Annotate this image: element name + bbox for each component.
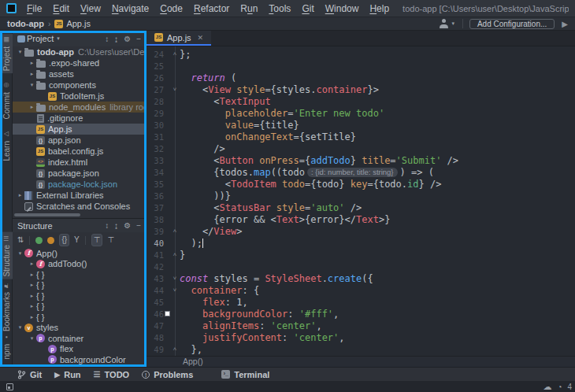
tool-stripe-bookmarks[interactable]: Bookmarks ⚑ bbox=[0, 279, 13, 334]
tool-stripe-learn[interactable]: Learn ▷ bbox=[0, 128, 13, 164]
project-item-node-modules[interactable]: ▸node_moduleslibrary root bbox=[13, 102, 146, 113]
menu-refactor[interactable]: Refactor bbox=[188, 3, 235, 14]
user-avatar-icon[interactable] bbox=[439, 19, 449, 28]
event-log-icon[interactable]: ◔ bbox=[557, 383, 562, 391]
menu-tools[interactable]: Tools bbox=[263, 3, 296, 14]
code-line-30[interactable]: 30 value={title} bbox=[147, 119, 575, 131]
chevron-collapsed-icon[interactable]: ▸ bbox=[28, 303, 36, 309]
tool-stripe-run[interactable]: ▶ Run bbox=[48, 370, 87, 379]
code-line-37[interactable]: 37 <StatusBar style='auto' /> bbox=[147, 202, 575, 213]
code-line-39[interactable]: 39˄ </View> bbox=[147, 225, 575, 237]
project-item-gitignore[interactable]: .gitignore bbox=[13, 113, 146, 124]
code-line-33[interactable]: 33 <Button onPress={addTodo} title='Subm… bbox=[147, 154, 575, 166]
collapse-all-icon[interactable]: ↨ bbox=[114, 35, 118, 43]
group-by-icon[interactable]: ⊤ bbox=[91, 234, 103, 246]
code-line-29[interactable]: 29 placeholder='Enter new todo' bbox=[147, 107, 575, 119]
menu-window[interactable]: Window bbox=[320, 3, 365, 14]
tab-appjs[interactable]: App.js ✕ bbox=[147, 31, 211, 46]
gear-icon[interactable]: ⚙ bbox=[124, 221, 131, 230]
code-line-31[interactable]: 31 onChangeText={setTitle} bbox=[147, 131, 575, 142]
code-editor[interactable]: 24˄};2526 return (27˅ <View style={style… bbox=[147, 46, 575, 356]
tool-window-switcher-icon[interactable] bbox=[6, 383, 13, 390]
tool-stripe-terminal[interactable]: Terminal bbox=[215, 370, 276, 379]
tool-stripe-project[interactable]: Project ▦ bbox=[0, 34, 13, 73]
code-line-35[interactable]: 35 <TodoItem todo={todo} key={todo.id} /… bbox=[147, 178, 575, 190]
menu-help[interactable]: Help bbox=[364, 3, 395, 14]
tool-stripe-todo[interactable]: ☰ TODO bbox=[87, 370, 136, 379]
structure-item-[interactable]: ▸{ } bbox=[13, 290, 146, 301]
menu-edit[interactable]: Edit bbox=[47, 3, 75, 14]
tool-stripe-problems[interactable]: Problems bbox=[135, 370, 199, 379]
show-fields-icon[interactable] bbox=[47, 237, 54, 244]
project-item-todoitem-js[interactable]: TodoItem.js bbox=[13, 91, 146, 102]
chevron-collapsed-icon[interactable]: ▸ bbox=[28, 282, 36, 288]
code-line-32[interactable]: 32 /> bbox=[147, 142, 575, 154]
fold-icon[interactable]: ˄ bbox=[170, 346, 180, 353]
fold-icon[interactable]: ˄ bbox=[170, 50, 180, 57]
color-swatch[interactable] bbox=[165, 311, 170, 316]
code-line-49[interactable]: 49˄ }, bbox=[147, 343, 575, 355]
breadcrumb-scope[interactable]: App() bbox=[183, 357, 203, 366]
structure-item-[interactable]: ▸{ } bbox=[13, 269, 146, 280]
project-item-package-lock-json[interactable]: package-lock.json bbox=[13, 179, 146, 190]
structure-panel-title[interactable]: Structure bbox=[17, 221, 53, 231]
code-line-25[interactable]: 25 bbox=[147, 60, 575, 72]
tool-stripe-commit[interactable]: Commit ◎ bbox=[0, 80, 13, 121]
chevron-collapsed-icon[interactable]: ▸ bbox=[28, 71, 36, 77]
gear-icon[interactable]: ⚙ bbox=[124, 35, 131, 43]
code-line-44[interactable]: 44˅ container: { bbox=[147, 284, 575, 296]
chevron-collapsed-icon[interactable]: ▸ bbox=[16, 192, 24, 198]
structure-item-flex[interactable]: flex bbox=[13, 344, 146, 355]
sort-alphabetically-icon[interactable]: ⇅ bbox=[17, 235, 24, 246]
project-item-app-json[interactable]: app.json bbox=[13, 135, 146, 146]
chevron-expanded-icon[interactable]: ▾ bbox=[16, 250, 24, 257]
fold-icon[interactable]: ˅ bbox=[170, 287, 180, 294]
structure-item-backgroundcolor[interactable]: backgroundColor bbox=[13, 354, 146, 365]
collapse-all-icon[interactable]: ↨ bbox=[114, 221, 118, 230]
show-braces-icon[interactable]: {} bbox=[59, 234, 69, 246]
chevron-expanded-icon[interactable]: ▾ bbox=[16, 324, 24, 331]
structure-item-addtodo[interactable]: ▸addTodo() bbox=[13, 259, 146, 270]
structure-item-container[interactable]: ▾container bbox=[13, 333, 146, 344]
menu-git[interactable]: Git bbox=[296, 3, 319, 14]
run-play-icon[interactable]: ▶ bbox=[562, 20, 568, 28]
project-panel-title[interactable]: Project bbox=[27, 34, 54, 43]
fold-icon[interactable]: ˄ bbox=[170, 227, 180, 235]
expand-all-icon[interactable]: ↕ bbox=[105, 221, 109, 230]
code-line-46[interactable]: 46 backgroundColor: '#fff', bbox=[147, 308, 575, 320]
chevron-collapsed-icon[interactable]: ▸ bbox=[28, 261, 36, 267]
close-icon[interactable]: ✕ bbox=[198, 34, 204, 42]
menu-file[interactable]: File bbox=[21, 3, 47, 14]
expand-all-icon[interactable]: ↕ bbox=[105, 35, 109, 43]
structure-item-styles[interactable]: ▾styles bbox=[13, 323, 146, 334]
structure-item-app[interactable]: ▾App() bbox=[13, 248, 146, 259]
chevron-expanded-icon[interactable]: ▾ bbox=[28, 82, 36, 88]
project-item-components[interactable]: ▾components bbox=[13, 80, 146, 91]
code-line-28[interactable]: 28 <TextInput bbox=[147, 95, 575, 107]
chevron-collapsed-icon[interactable]: ▸ bbox=[28, 60, 36, 66]
project-item-expo-shared[interactable]: ▸.expo-shared bbox=[13, 57, 146, 68]
chevron-down-icon[interactable]: ▾ bbox=[57, 35, 60, 42]
flatten-icon[interactable]: ⊤ bbox=[107, 235, 114, 246]
hide-panel-icon[interactable]: − bbox=[136, 35, 141, 43]
code-line-38[interactable]: 38 {error && <Text>{error}</Text>} bbox=[147, 213, 575, 225]
chevron-collapsed-icon[interactable]: ▸ bbox=[28, 293, 36, 299]
code-line-36[interactable]: 36 ))} bbox=[147, 190, 575, 202]
project-item-external-libraries[interactable]: ▸External Libraries bbox=[13, 190, 146, 201]
tool-stripe-structure[interactable]: Structure ☰ bbox=[0, 232, 13, 279]
show-classes-icon[interactable] bbox=[35, 237, 43, 244]
menu-view[interactable]: View bbox=[75, 3, 106, 14]
project-item-app-js[interactable]: App.js bbox=[13, 124, 146, 135]
fold-icon[interactable]: ˅ bbox=[170, 86, 180, 93]
code-line-41[interactable]: 41˄} bbox=[147, 249, 575, 261]
menu-code[interactable]: Code bbox=[154, 3, 188, 14]
project-item-index-html[interactable]: index.html bbox=[13, 157, 146, 168]
code-line-27[interactable]: 27˅ <View style={styles.container}> bbox=[147, 83, 575, 95]
chevron-collapsed-icon[interactable]: ▸ bbox=[28, 104, 36, 110]
code-line-42[interactable]: 42 bbox=[147, 261, 575, 272]
chevron-expanded-icon[interactable]: ▾ bbox=[28, 335, 36, 342]
code-line-48[interactable]: 48 justifyContent: 'center', bbox=[147, 331, 575, 343]
project-item-assets[interactable]: ▸assets bbox=[13, 68, 146, 80]
code-line-43[interactable]: 43˅const styles = StyleSheet.create({ bbox=[147, 272, 575, 284]
fold-icon[interactable]: ˅ bbox=[170, 275, 180, 282]
